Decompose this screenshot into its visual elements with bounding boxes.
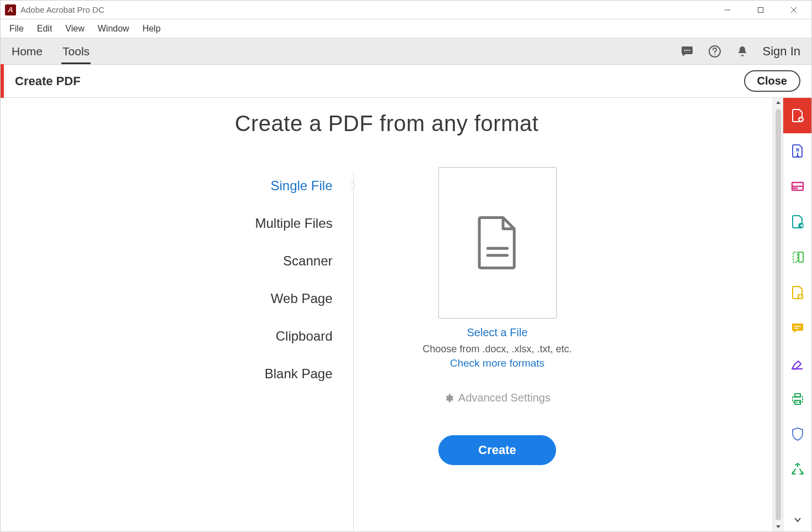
rail-comment[interactable] (783, 310, 812, 346)
choice-clipboard[interactable]: Clipboard (276, 317, 333, 355)
choice-list: Single File Multiple Files Scanner Web P… (177, 167, 354, 465)
main-panel: Create a PDF from any format Single File… (1, 98, 773, 531)
menu-view[interactable]: View (60, 22, 90, 36)
title-left: A Adobe Acrobat Pro DC (2, 4, 104, 15)
scroll-down-arrow[interactable] (773, 521, 783, 531)
app-title: Adobe Acrobat Pro DC (20, 5, 104, 14)
choice-blank-page[interactable]: Blank Page (265, 355, 333, 393)
recycle-icon (790, 462, 805, 477)
help-icon[interactable] (708, 44, 722, 59)
choice-notch (346, 181, 355, 191)
file-hint: Choose from .docx, .xlsx, .txt, etc. (422, 343, 572, 355)
choice-label: Blank Page (265, 366, 333, 381)
rail-export-pdf[interactable] (783, 204, 812, 239)
advanced-label: Advanced Settings (458, 392, 551, 404)
svg-rect-1 (758, 7, 763, 12)
check-formats-link[interactable]: Check more formats (450, 357, 544, 369)
toolbar-left: Create PDF (12, 65, 81, 97)
svg-point-5 (686, 49, 688, 51)
nav-actions: Sign In (680, 44, 801, 59)
svg-rect-17 (799, 252, 803, 262)
menu-window[interactable]: Window (92, 22, 135, 36)
scroll-up-arrow[interactable] (773, 98, 783, 108)
yellow-file-icon (790, 285, 805, 300)
rail-edit-pdf[interactable] (783, 133, 812, 169)
choice-label: Web Page (271, 291, 333, 306)
window-titlebar: A Adobe Acrobat Pro DC (1, 1, 811, 19)
window-maximize-button[interactable] (744, 1, 777, 19)
chat-icon[interactable] (680, 44, 694, 59)
choice-single-file[interactable]: Single File (270, 167, 332, 205)
file-dropzone[interactable] (438, 167, 557, 319)
main-scroll: Create a PDF from any format Single File… (1, 98, 783, 531)
rail-sign[interactable] (783, 346, 812, 381)
green-tool-icon (790, 249, 805, 265)
nav-tab-home[interactable]: Home (11, 38, 44, 64)
file-panel: Select a File Choose from .docx, .xlsx, … (398, 167, 597, 465)
export-pdf-icon (790, 214, 805, 230)
choice-label: Scanner (283, 253, 332, 268)
menubar: File Edit View Window Help (1, 19, 811, 38)
sign-icon (790, 356, 805, 371)
choice-web-page[interactable]: Web Page (271, 280, 333, 317)
menu-help[interactable]: Help (137, 22, 166, 36)
shield-icon (790, 426, 805, 442)
choice-label: Multiple Files (255, 216, 332, 231)
gear-icon (444, 393, 454, 403)
svg-rect-24 (795, 394, 800, 397)
rail-protect[interactable] (783, 416, 812, 452)
comment-icon (790, 320, 805, 336)
chevron-down-icon (793, 515, 802, 524)
rail-organize[interactable] (783, 169, 812, 204)
print-icon (790, 391, 805, 406)
edit-pdf-icon (790, 143, 805, 159)
menu-file[interactable]: File (4, 22, 29, 36)
organize-icon (790, 179, 805, 194)
chooser: Single File Multiple Files Scanner Web P… (177, 167, 597, 465)
menu-edit[interactable]: Edit (32, 22, 58, 36)
nav-tab-tools[interactable]: Tools (61, 38, 91, 64)
choice-label: Clipboard (276, 328, 333, 343)
advanced-settings[interactable]: Advanced Settings (444, 392, 551, 404)
content-area: Create a PDF from any format Single File… (1, 98, 811, 531)
choice-multiple-files[interactable]: Multiple Files (255, 205, 332, 242)
create-button[interactable]: Create (438, 435, 556, 465)
window-controls (711, 1, 810, 19)
tool-accent (1, 64, 4, 98)
app-icon: A (5, 4, 16, 15)
tool-toolbar: Create PDF Close (1, 65, 811, 98)
svg-rect-16 (793, 252, 798, 262)
rail-tool-green[interactable] (783, 239, 812, 275)
notifications-icon[interactable] (735, 44, 750, 59)
rail-print[interactable] (783, 381, 812, 416)
rail-file-yellow[interactable] (783, 275, 812, 310)
scroll-thumb[interactable] (776, 109, 781, 520)
vertical-scrollbar[interactable] (773, 98, 783, 531)
rail-create-pdf[interactable] (783, 98, 812, 133)
tool-title: Create PDF (15, 74, 81, 88)
choice-label: Single File (270, 178, 332, 193)
sign-in-button[interactable]: Sign In (763, 44, 801, 59)
window-minimize-button[interactable] (711, 1, 744, 19)
rail-more[interactable] (793, 510, 802, 531)
select-file-link[interactable]: Select a File (467, 326, 527, 339)
svg-point-6 (688, 49, 690, 51)
svg-point-4 (684, 49, 685, 51)
headline: Create a PDF from any format (235, 111, 539, 136)
svg-point-8 (714, 54, 715, 55)
choice-scanner[interactable]: Scanner (283, 242, 332, 280)
nav-tabs: Home Tools (11, 38, 91, 64)
primary-nav: Home Tools Sign In (1, 38, 811, 65)
file-icon (476, 216, 519, 269)
tool-rail (783, 98, 811, 531)
window-close-button[interactable] (777, 1, 810, 19)
rail-recycle[interactable] (783, 452, 812, 487)
close-tool-button[interactable]: Close (744, 70, 800, 92)
create-pdf-icon (790, 108, 805, 123)
